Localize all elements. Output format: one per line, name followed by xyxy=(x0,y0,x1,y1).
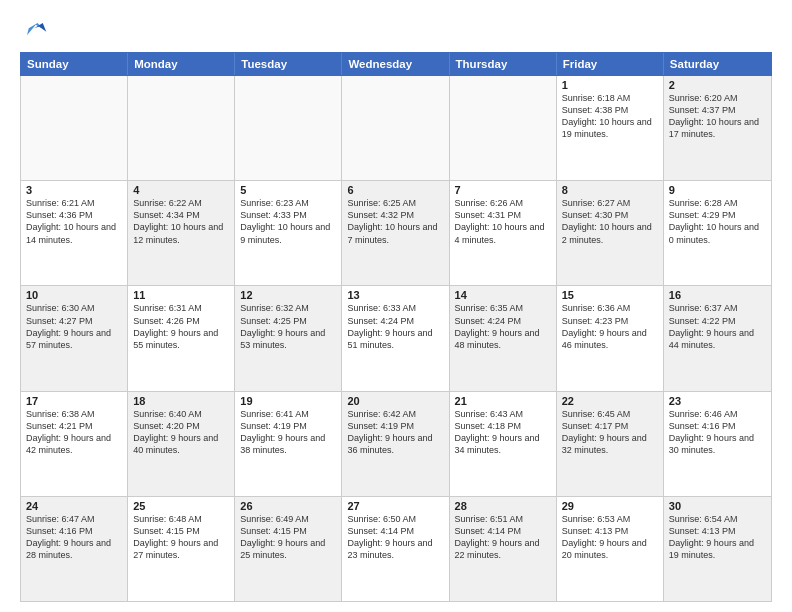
calendar-cell-28: 28Sunrise: 6:51 AM Sunset: 4:14 PM Dayli… xyxy=(450,497,557,601)
calendar-cell-empty-0-3 xyxy=(342,76,449,180)
day-number: 3 xyxy=(26,184,122,196)
calendar-cell-empty-0-1 xyxy=(128,76,235,180)
day-info: Sunrise: 6:27 AM Sunset: 4:30 PM Dayligh… xyxy=(562,197,658,246)
day-number: 29 xyxy=(562,500,658,512)
day-number: 14 xyxy=(455,289,551,301)
day-info: Sunrise: 6:30 AM Sunset: 4:27 PM Dayligh… xyxy=(26,302,122,351)
day-info: Sunrise: 6:41 AM Sunset: 4:19 PM Dayligh… xyxy=(240,408,336,457)
logo xyxy=(20,16,52,44)
day-info: Sunrise: 6:31 AM Sunset: 4:26 PM Dayligh… xyxy=(133,302,229,351)
day-info: Sunrise: 6:46 AM Sunset: 4:16 PM Dayligh… xyxy=(669,408,766,457)
calendar-cell-2: 2Sunrise: 6:20 AM Sunset: 4:37 PM Daylig… xyxy=(664,76,771,180)
day-number: 18 xyxy=(133,395,229,407)
page: SundayMondayTuesdayWednesdayThursdayFrid… xyxy=(0,0,792,612)
calendar-cell-empty-0-2 xyxy=(235,76,342,180)
calendar-header: SundayMondayTuesdayWednesdayThursdayFrid… xyxy=(20,52,772,76)
day-number: 9 xyxy=(669,184,766,196)
day-info: Sunrise: 6:53 AM Sunset: 4:13 PM Dayligh… xyxy=(562,513,658,562)
day-info: Sunrise: 6:23 AM Sunset: 4:33 PM Dayligh… xyxy=(240,197,336,246)
calendar-row-4: 24Sunrise: 6:47 AM Sunset: 4:16 PM Dayli… xyxy=(21,497,771,601)
day-number: 21 xyxy=(455,395,551,407)
day-number: 19 xyxy=(240,395,336,407)
calendar-cell-24: 24Sunrise: 6:47 AM Sunset: 4:16 PM Dayli… xyxy=(21,497,128,601)
day-info: Sunrise: 6:22 AM Sunset: 4:34 PM Dayligh… xyxy=(133,197,229,246)
day-number: 23 xyxy=(669,395,766,407)
day-number: 4 xyxy=(133,184,229,196)
day-number: 20 xyxy=(347,395,443,407)
calendar-cell-7: 7Sunrise: 6:26 AM Sunset: 4:31 PM Daylig… xyxy=(450,181,557,285)
calendar-cell-27: 27Sunrise: 6:50 AM Sunset: 4:14 PM Dayli… xyxy=(342,497,449,601)
day-info: Sunrise: 6:33 AM Sunset: 4:24 PM Dayligh… xyxy=(347,302,443,351)
day-info: Sunrise: 6:26 AM Sunset: 4:31 PM Dayligh… xyxy=(455,197,551,246)
calendar-cell-4: 4Sunrise: 6:22 AM Sunset: 4:34 PM Daylig… xyxy=(128,181,235,285)
calendar-cell-21: 21Sunrise: 6:43 AM Sunset: 4:18 PM Dayli… xyxy=(450,392,557,496)
header-cell-saturday: Saturday xyxy=(664,53,771,75)
day-info: Sunrise: 6:51 AM Sunset: 4:14 PM Dayligh… xyxy=(455,513,551,562)
calendar-cell-8: 8Sunrise: 6:27 AM Sunset: 4:30 PM Daylig… xyxy=(557,181,664,285)
calendar-cell-5: 5Sunrise: 6:23 AM Sunset: 4:33 PM Daylig… xyxy=(235,181,342,285)
day-number: 26 xyxy=(240,500,336,512)
calendar-cell-29: 29Sunrise: 6:53 AM Sunset: 4:13 PM Dayli… xyxy=(557,497,664,601)
calendar-cell-26: 26Sunrise: 6:49 AM Sunset: 4:15 PM Dayli… xyxy=(235,497,342,601)
calendar-cell-19: 19Sunrise: 6:41 AM Sunset: 4:19 PM Dayli… xyxy=(235,392,342,496)
day-number: 1 xyxy=(562,79,658,91)
day-number: 6 xyxy=(347,184,443,196)
calendar-cell-20: 20Sunrise: 6:42 AM Sunset: 4:19 PM Dayli… xyxy=(342,392,449,496)
header xyxy=(20,16,772,44)
header-cell-monday: Monday xyxy=(128,53,235,75)
calendar-cell-9: 9Sunrise: 6:28 AM Sunset: 4:29 PM Daylig… xyxy=(664,181,771,285)
day-number: 24 xyxy=(26,500,122,512)
calendar-cell-23: 23Sunrise: 6:46 AM Sunset: 4:16 PM Dayli… xyxy=(664,392,771,496)
calendar-cell-25: 25Sunrise: 6:48 AM Sunset: 4:15 PM Dayli… xyxy=(128,497,235,601)
day-info: Sunrise: 6:32 AM Sunset: 4:25 PM Dayligh… xyxy=(240,302,336,351)
day-number: 17 xyxy=(26,395,122,407)
calendar-row-1: 3Sunrise: 6:21 AM Sunset: 4:36 PM Daylig… xyxy=(21,181,771,286)
day-number: 22 xyxy=(562,395,658,407)
day-info: Sunrise: 6:50 AM Sunset: 4:14 PM Dayligh… xyxy=(347,513,443,562)
calendar-cell-15: 15Sunrise: 6:36 AM Sunset: 4:23 PM Dayli… xyxy=(557,286,664,390)
day-number: 30 xyxy=(669,500,766,512)
day-info: Sunrise: 6:18 AM Sunset: 4:38 PM Dayligh… xyxy=(562,92,658,141)
day-number: 11 xyxy=(133,289,229,301)
day-info: Sunrise: 6:21 AM Sunset: 4:36 PM Dayligh… xyxy=(26,197,122,246)
header-cell-friday: Friday xyxy=(557,53,664,75)
calendar-cell-14: 14Sunrise: 6:35 AM Sunset: 4:24 PM Dayli… xyxy=(450,286,557,390)
day-info: Sunrise: 6:36 AM Sunset: 4:23 PM Dayligh… xyxy=(562,302,658,351)
day-info: Sunrise: 6:42 AM Sunset: 4:19 PM Dayligh… xyxy=(347,408,443,457)
calendar-cell-13: 13Sunrise: 6:33 AM Sunset: 4:24 PM Dayli… xyxy=(342,286,449,390)
calendar-cell-10: 10Sunrise: 6:30 AM Sunset: 4:27 PM Dayli… xyxy=(21,286,128,390)
day-info: Sunrise: 6:37 AM Sunset: 4:22 PM Dayligh… xyxy=(669,302,766,351)
day-info: Sunrise: 6:54 AM Sunset: 4:13 PM Dayligh… xyxy=(669,513,766,562)
day-info: Sunrise: 6:35 AM Sunset: 4:24 PM Dayligh… xyxy=(455,302,551,351)
calendar-body: 1Sunrise: 6:18 AM Sunset: 4:38 PM Daylig… xyxy=(20,76,772,602)
day-info: Sunrise: 6:49 AM Sunset: 4:15 PM Dayligh… xyxy=(240,513,336,562)
calendar-cell-18: 18Sunrise: 6:40 AM Sunset: 4:20 PM Dayli… xyxy=(128,392,235,496)
day-number: 7 xyxy=(455,184,551,196)
day-number: 8 xyxy=(562,184,658,196)
calendar-cell-11: 11Sunrise: 6:31 AM Sunset: 4:26 PM Dayli… xyxy=(128,286,235,390)
calendar-cell-16: 16Sunrise: 6:37 AM Sunset: 4:22 PM Dayli… xyxy=(664,286,771,390)
calendar-cell-6: 6Sunrise: 6:25 AM Sunset: 4:32 PM Daylig… xyxy=(342,181,449,285)
day-number: 28 xyxy=(455,500,551,512)
day-number: 27 xyxy=(347,500,443,512)
calendar-cell-30: 30Sunrise: 6:54 AM Sunset: 4:13 PM Dayli… xyxy=(664,497,771,601)
day-number: 16 xyxy=(669,289,766,301)
day-number: 2 xyxy=(669,79,766,91)
day-info: Sunrise: 6:38 AM Sunset: 4:21 PM Dayligh… xyxy=(26,408,122,457)
calendar-cell-empty-0-0 xyxy=(21,76,128,180)
calendar-cell-22: 22Sunrise: 6:45 AM Sunset: 4:17 PM Dayli… xyxy=(557,392,664,496)
day-number: 12 xyxy=(240,289,336,301)
logo-icon xyxy=(20,16,48,44)
day-number: 5 xyxy=(240,184,336,196)
calendar-cell-12: 12Sunrise: 6:32 AM Sunset: 4:25 PM Dayli… xyxy=(235,286,342,390)
header-cell-wednesday: Wednesday xyxy=(342,53,449,75)
day-number: 10 xyxy=(26,289,122,301)
day-info: Sunrise: 6:28 AM Sunset: 4:29 PM Dayligh… xyxy=(669,197,766,246)
calendar-row-0: 1Sunrise: 6:18 AM Sunset: 4:38 PM Daylig… xyxy=(21,76,771,181)
day-info: Sunrise: 6:48 AM Sunset: 4:15 PM Dayligh… xyxy=(133,513,229,562)
calendar-cell-empty-0-4 xyxy=(450,76,557,180)
day-number: 15 xyxy=(562,289,658,301)
header-cell-thursday: Thursday xyxy=(450,53,557,75)
day-info: Sunrise: 6:45 AM Sunset: 4:17 PM Dayligh… xyxy=(562,408,658,457)
header-cell-tuesday: Tuesday xyxy=(235,53,342,75)
